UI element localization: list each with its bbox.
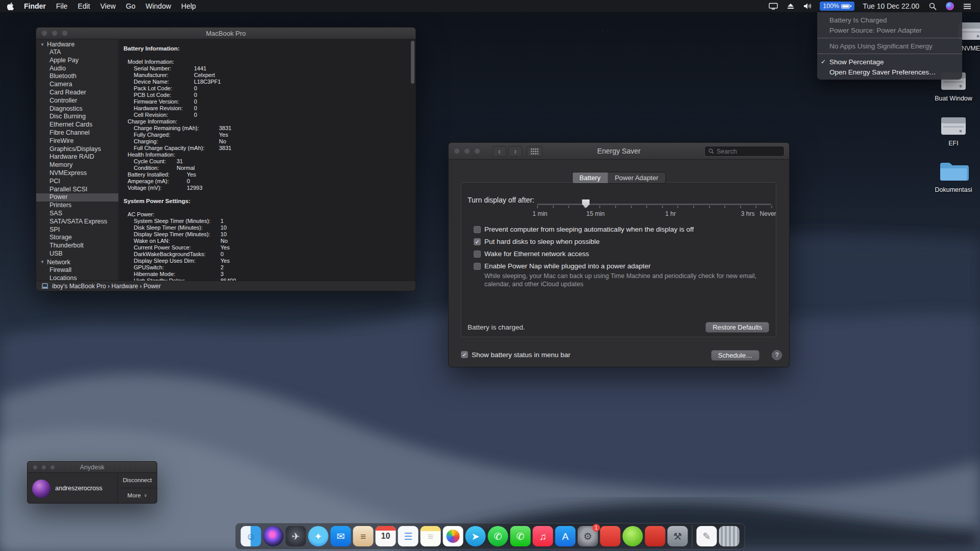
scrollbar-track[interactable] [411,41,414,279]
slider-thumb[interactable] [582,199,590,208]
sidebar-item-disc-burning[interactable]: Disc Burning [36,113,118,121]
dock-item-utility-app[interactable]: ⚒ [668,526,688,546]
close-button[interactable] [454,148,460,154]
sidebar-item-camera[interactable]: Camera [36,81,118,89]
sidebar-item-bluetooth[interactable]: Bluetooth [36,72,118,81]
menu-window[interactable]: Window [140,2,176,10]
close-button[interactable] [41,30,47,36]
display-off-slider[interactable]: 1 min15 min1 hr3 hrsNever [537,199,771,215]
minimize-button[interactable] [41,465,46,470]
siri-icon[interactable] [941,2,959,10]
sidebar-item-spi[interactable]: SPI [36,226,118,234]
desktop-icon-dokumentasi[interactable]: Dokumentasi [930,159,977,193]
schedule-button[interactable]: Schedule… [711,350,760,361]
dock-item-launchpad[interactable]: ✈ [286,526,306,546]
dock-item-facetime[interactable]: ✆ [510,526,531,546]
sidebar-item-firewire[interactable]: FireWire [36,137,118,145]
dock-item-notes[interactable]: ≡ [421,526,441,546]
sidebar-item-sata-sata-express[interactable]: SATA/SATA Express [36,218,118,226]
sidebar-item-apple-pay[interactable]: Apple Pay [36,57,118,65]
checkbox[interactable] [474,226,481,233]
battery-menu-item-open-energy-saver-preferences[interactable]: Open Energy Saver Preferences… [817,67,962,77]
minimize-button[interactable] [464,148,470,154]
tab-power-adapter[interactable]: Power Adapter [607,172,665,183]
sidebar-item-ata[interactable]: ATA [36,48,118,57]
sidebar-item-usb[interactable]: USB [36,250,118,258]
checkbox[interactable]: ✓ [461,351,468,358]
sidebar-item-pci[interactable]: PCI [36,178,118,186]
sidebar-item-firewall[interactable]: Firewall [36,266,118,274]
dock-item-photos[interactable] [443,526,463,546]
active-app-name[interactable]: Finder [19,2,51,10]
volume-icon[interactable] [799,3,817,10]
sidebar-item-nvmexpress[interactable]: NVMExpress [36,169,118,178]
sidebar-item-power[interactable]: Power [36,193,118,202]
checkbox[interactable]: ✓ [474,238,481,245]
menu-view[interactable]: View [95,2,120,10]
sidebar-item-graphics-displays[interactable]: Graphics/Displays [36,145,118,154]
zoom-button[interactable] [62,30,68,36]
sidebar-item-locations[interactable]: Locations [36,274,118,281]
dock-item-app-store[interactable]: A [555,526,576,546]
dock-item-telegram[interactable]: ➤ [465,526,486,546]
forward-button[interactable]: › [508,146,522,157]
sysinfo-titlebar[interactable]: MacBook Pro [36,28,415,39]
dock-item-textedit[interactable]: ✎ [697,526,717,546]
dock-item-siri[interactable] [263,526,284,546]
close-button[interactable] [33,465,38,470]
menu-help[interactable]: Help [176,2,201,10]
sidebar-item-thunderbolt[interactable]: Thunderbolt [36,242,118,250]
sidebar-item-hardware-raid[interactable]: Hardware RAID [36,153,118,161]
dock-item-whatsapp[interactable]: ✆ [488,526,508,546]
dock-item-mail[interactable]: ✉ [331,526,351,546]
more-button[interactable]: More ∨ [118,488,157,504]
dock-item-finder[interactable]: ☺ [241,526,261,546]
battery-menu-item-show-percentage[interactable]: ✓Show Percentage [817,57,962,67]
search-input[interactable]: Search [704,146,785,157]
dock-item-trash[interactable] [719,526,740,546]
notification-center-icon[interactable] [959,3,976,10]
menu-edit[interactable]: Edit [72,2,95,10]
sidebar-item-ethernet-cards[interactable]: Ethernet Cards [36,121,118,129]
zoom-button[interactable] [50,465,55,470]
tab-battery[interactable]: Battery [572,172,607,183]
sidebar-item-fibre-channel[interactable]: Fibre Channel [36,129,118,137]
energy-titlebar[interactable]: Energy Saver ‹ › Search [449,143,789,160]
help-button[interactable]: ? [772,350,782,360]
anydesk-titlebar[interactable]: Anydesk [28,462,157,473]
checkbox[interactable] [474,251,481,258]
dock-item-red-app[interactable] [600,526,621,546]
minimize-button[interactable] [52,30,58,36]
scrollbar-thumb[interactable] [411,41,414,84]
dock-item-system-preferences[interactable]: ⚙1 [578,526,598,546]
sidebar-item-storage[interactable]: Storage [36,234,118,242]
restore-defaults-button[interactable]: Restore Defaults [705,322,769,333]
dock-item-music[interactable]: ♫ [533,526,553,546]
desktop-icon-efi[interactable]: EFI [930,112,977,147]
sidebar-section-network[interactable]: ▼Network [36,258,118,266]
apple-menu[interactable] [0,2,19,10]
spotlight-search-icon[interactable] [924,3,941,10]
sidebar-item-parallel-scsi[interactable]: Parallel SCSI [36,186,118,194]
eject-icon[interactable] [782,3,799,10]
sidebar-item-sas[interactable]: SAS [36,210,118,218]
sidebar-item-controller[interactable]: Controller [36,97,118,105]
sidebar-section-hardware[interactable]: ▼Hardware [36,40,118,48]
battery-menu-extra[interactable]: 100% [820,2,854,11]
sidebar-item-printers[interactable]: Printers [36,202,118,210]
show-all-button[interactable] [527,146,543,157]
menu-go[interactable]: Go [121,2,141,10]
dock-item-safari[interactable]: ✦ [308,526,329,546]
sidebar-item-audio[interactable]: Audio [36,65,118,73]
dock-item-contacts[interactable]: ≡ [353,526,374,546]
dock-item-calendar[interactable]: 10 [376,526,396,546]
checkbox[interactable] [474,263,481,270]
display-mirroring-icon[interactable] [764,3,782,10]
sidebar-item-card-reader[interactable]: Card Reader [36,89,118,97]
menu-file[interactable]: File [51,2,73,10]
dock-item-reminders[interactable]: ☰ [398,526,419,546]
dock-item-red-app-2[interactable] [645,526,666,546]
zoom-button[interactable] [474,148,480,154]
disconnect-button[interactable]: Disconnect [118,473,157,488]
sidebar-item-diagnostics[interactable]: Diagnostics [36,105,118,113]
